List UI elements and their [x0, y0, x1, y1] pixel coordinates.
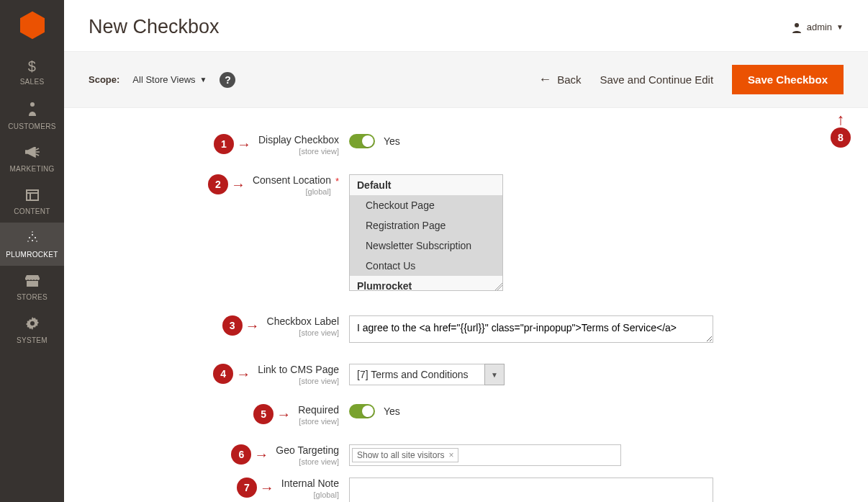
field-label: Required: [298, 404, 339, 416]
field-scope: [store view]: [258, 147, 339, 156]
scope-value: All Store Views: [132, 74, 195, 85]
option-newsletter[interactable]: Newsletter Subscription: [350, 236, 502, 256]
display-checkbox-toggle[interactable]: [349, 134, 375, 148]
svg-point-10: [32, 231, 33, 233]
toggle-value: Yes: [384, 405, 400, 417]
gear-icon: [26, 317, 39, 332]
required-toggle[interactable]: [349, 404, 375, 418]
option-registration[interactable]: Registration Page: [350, 215, 502, 236]
field-required: 5 → Required [store view] Yes: [89, 404, 844, 426]
field-link-cms: 4 → Link to CMS Page [store view] [7] Te…: [89, 364, 844, 385]
back-button[interactable]: ← Back: [538, 72, 581, 87]
geo-tag-label: Show to all site visitors: [357, 450, 444, 460]
svg-point-12: [30, 321, 35, 326]
toggle-value: Yes: [384, 135, 400, 147]
dollar-icon: $: [28, 59, 36, 73]
arrow-right-icon: →: [231, 174, 245, 194]
field-checkbox-label: 3 → Checkbox Label [store view]: [89, 315, 844, 345]
sidebar-item-label: MARKETING: [9, 165, 54, 173]
field-internal-note: 7 → Internal Note [global]: [89, 478, 844, 502]
field-scope: [store view]: [298, 417, 339, 426]
save-continue-button[interactable]: Save and Continue Edit: [600, 73, 713, 86]
svg-point-0: [30, 102, 35, 107]
scope-label: Scope:: [89, 74, 119, 85]
arrow-right-icon: →: [237, 134, 251, 154]
form: 1 → Display Checkbox [store view] Yes: [64, 108, 868, 502]
sidebar-item-label: STORES: [17, 293, 48, 301]
person-icon: [27, 102, 37, 118]
callout-badge-1: 1: [214, 134, 234, 154]
internal-note-input[interactable]: [349, 478, 713, 502]
scope-selector[interactable]: All Store Views ▼: [132, 74, 207, 85]
field-scope: [store view]: [267, 328, 339, 337]
geo-targeting-input[interactable]: Show to all site visitors ×: [349, 444, 621, 466]
field-label: Internal Note: [281, 478, 339, 489]
svg-point-13: [795, 23, 799, 27]
user-menu[interactable]: admin ▼: [791, 22, 844, 33]
header: New Checkbox admin ▼: [64, 0, 868, 51]
callout-badge-6: 6: [231, 444, 251, 465]
callout-badge-5: 5: [253, 404, 273, 424]
arrow-up-icon: ↑: [837, 112, 845, 127]
sidebar-item-label: SALES: [20, 78, 45, 86]
field-scope: [store view]: [276, 457, 339, 466]
link-cms-select[interactable]: [7] Terms and Conditions ▼: [349, 364, 505, 385]
megaphone-icon: [25, 146, 40, 161]
store-icon: [25, 274, 40, 289]
option-checkout[interactable]: Checkout Page: [350, 195, 502, 215]
field-scope: [store view]: [258, 377, 339, 385]
field-consent-location: 2 → Consent Location [global] * Default …: [89, 174, 844, 291]
page-title: New Checkbox: [89, 16, 220, 38]
sidebar: $ SALES CUSTOMERS MARKETING CONTENT PLUM…: [0, 0, 64, 502]
svg-point-7: [32, 234, 33, 236]
callout-badge-4: 4: [213, 364, 233, 384]
arrow-left-icon: ←: [538, 72, 551, 87]
field-scope: [global]: [281, 490, 339, 499]
sidebar-item-label: CONTENT: [14, 207, 50, 215]
required-star: *: [335, 176, 339, 187]
sidebar-item-stores[interactable]: STORES: [0, 266, 64, 308]
geo-tag: Show to all site visitors ×: [352, 448, 458, 462]
optgroup-default: Default: [350, 175, 502, 195]
sidebar-item-sales[interactable]: $ SALES: [0, 50, 64, 93]
arrow-right-icon: →: [254, 444, 268, 465]
sidebar-item-marketing[interactable]: MARKETING: [0, 138, 64, 180]
svg-point-6: [35, 237, 36, 238]
callout-badge-2: 2: [208, 174, 228, 194]
svg-point-5: [29, 237, 30, 238]
save-button[interactable]: Save Checkbox: [732, 65, 844, 94]
logo[interactable]: [0, 0, 64, 50]
chevron-down-icon[interactable]: ▼: [484, 364, 505, 385]
option-contact[interactable]: Contact Us: [350, 256, 502, 276]
caret-down-icon: ▼: [200, 76, 207, 84]
field-label: Link to CMS Page: [258, 364, 339, 375]
sidebar-item-customers[interactable]: CUSTOMERS: [0, 93, 64, 138]
sidebar-item-content[interactable]: CONTENT: [0, 180, 64, 223]
optgroup-plumrocket: Plumrocket: [350, 276, 502, 290]
svg-rect-1: [27, 190, 38, 200]
field-label: Checkbox Label: [267, 315, 339, 327]
sidebar-item-plumrocket[interactable]: PLUMROCKET: [0, 223, 64, 266]
svg-rect-11: [27, 281, 38, 287]
layout-icon: [26, 189, 39, 203]
svg-point-4: [32, 240, 33, 241]
arrow-right-icon: →: [276, 404, 291, 424]
link-cms-value: [7] Terms and Conditions: [349, 364, 484, 385]
field-label: Consent Location: [253, 174, 331, 186]
callout-badge-7: 7: [237, 478, 257, 498]
help-icon[interactable]: ?: [220, 72, 235, 88]
close-icon[interactable]: ×: [448, 450, 453, 460]
resize-handle-icon[interactable]: [495, 283, 502, 290]
svg-point-9: [36, 241, 37, 242]
arrow-right-icon: →: [236, 364, 250, 384]
arrow-right-icon: →: [260, 478, 274, 498]
field-geo-targeting: 6 → Geo Targeting [store view] Show to a…: [89, 444, 844, 466]
field-label: Geo Targeting: [276, 444, 339, 456]
checkbox-label-input[interactable]: [349, 315, 713, 343]
svg-point-8: [27, 241, 29, 242]
user-name: admin: [807, 22, 832, 32]
caret-down-icon: ▼: [836, 23, 844, 31]
consent-location-multiselect[interactable]: Default Checkout Page Registration Page …: [349, 174, 503, 291]
sidebar-item-system[interactable]: SYSTEM: [0, 308, 64, 351]
callout-badge-3: 3: [222, 315, 243, 336]
